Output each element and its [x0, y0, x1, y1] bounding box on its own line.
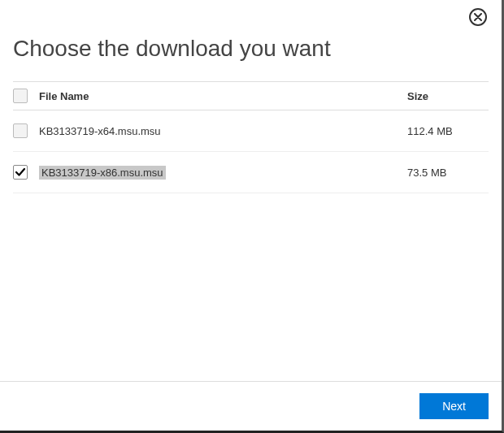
row-checkbox[interactable] — [13, 123, 28, 138]
table-row: KB3133719-x86.msu.msu 73.5 MB — [13, 152, 489, 193]
table-header: File Name Size — [13, 81, 489, 110]
next-button[interactable]: Next — [419, 393, 489, 419]
file-name: KB3133719-x86.msu.msu — [39, 166, 166, 180]
close-button[interactable] — [469, 8, 487, 26]
column-header-size: Size — [407, 90, 489, 102]
file-name: KB3133719-x64.msu.msu — [39, 125, 161, 137]
column-header-name: File Name — [39, 90, 407, 102]
download-chooser-dialog: Choose the download you want File Name S… — [0, 0, 502, 431]
file-size: 73.5 MB — [407, 167, 489, 179]
page-title: Choose the download you want — [13, 36, 489, 62]
row-checkbox[interactable] — [13, 165, 28, 180]
table-row: KB3133719-x64.msu.msu 112.4 MB — [13, 110, 489, 152]
select-all-checkbox[interactable] — [13, 89, 28, 103]
checkmark-icon — [15, 167, 26, 178]
file-size: 112.4 MB — [407, 125, 489, 137]
close-icon — [474, 13, 482, 21]
dialog-footer: Next — [0, 381, 502, 431]
